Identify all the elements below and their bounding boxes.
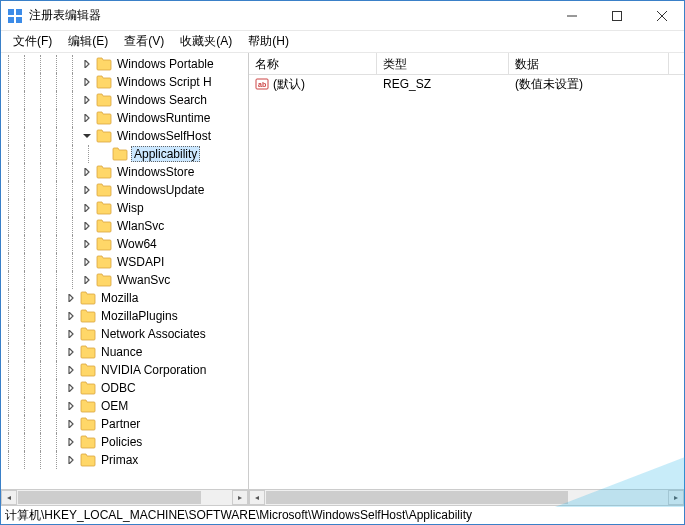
tree-toggle-icon[interactable] — [81, 184, 93, 196]
tree-item[interactable]: WindowsStore — [1, 163, 248, 181]
cell-name: ab (默认) — [249, 76, 377, 93]
tree-item[interactable]: WwanSvc — [1, 271, 248, 289]
close-button[interactable] — [639, 1, 684, 30]
svg-text:ab: ab — [258, 81, 266, 88]
tree-item[interactable]: Windows Script H — [1, 73, 248, 91]
tree-item[interactable]: WindowsUpdate — [1, 181, 248, 199]
tree-toggle-icon[interactable] — [65, 328, 77, 340]
tree-item[interactable]: OEM — [1, 397, 248, 415]
tree-toggle-icon[interactable] — [81, 112, 93, 124]
menu-file[interactable]: 文件(F) — [5, 31, 60, 52]
tree-item[interactable]: MozillaPlugins — [1, 307, 248, 325]
tree-item[interactable]: NVIDIA Corporation — [1, 361, 248, 379]
maximize-button[interactable] — [594, 1, 639, 30]
value-name: (默认) — [273, 76, 305, 93]
tree-label: WSDAPI — [115, 255, 166, 269]
tree-toggle-icon[interactable] — [81, 76, 93, 88]
list-row[interactable]: ab (默认) REG_SZ (数值未设置) — [249, 75, 684, 93]
tree-item[interactable]: Partner — [1, 415, 248, 433]
tree-label: Applicability — [131, 146, 200, 162]
tree-label: Primax — [99, 453, 140, 467]
cell-data: (数值未设置) — [509, 76, 669, 93]
tree-label: Windows Search — [115, 93, 209, 107]
tree-toggle-icon[interactable] — [65, 436, 77, 448]
tree-toggle-icon[interactable] — [81, 130, 93, 142]
minimize-button[interactable] — [549, 1, 594, 30]
tree-label: WlanSvc — [115, 219, 166, 233]
status-path: 计算机\HKEY_LOCAL_MACHINE\SOFTWARE\Microsof… — [5, 508, 472, 522]
tree-label: WindowsRuntime — [115, 111, 212, 125]
tree-toggle-icon[interactable] — [65, 346, 77, 358]
tree-toggle-icon[interactable] — [65, 382, 77, 394]
menu-help[interactable]: 帮助(H) — [240, 31, 297, 52]
list-panel: 名称 类型 数据 ab (默认) REG_SZ (数值未设置) ◂ ▸ — [249, 53, 684, 505]
tree-label: MozillaPlugins — [99, 309, 180, 323]
tree-toggle-icon[interactable] — [81, 166, 93, 178]
tree-item[interactable]: Applicability — [1, 145, 248, 163]
list-hscroll[interactable]: ◂ ▸ — [249, 489, 684, 505]
svg-rect-0 — [8, 9, 14, 15]
tree-item[interactable]: Nuance — [1, 343, 248, 361]
tree-label: WindowsStore — [115, 165, 196, 179]
scroll-right-button[interactable]: ▸ — [232, 490, 248, 505]
list-body: ab (默认) REG_SZ (数值未设置) — [249, 75, 684, 489]
tree-scroll[interactable]: Windows PortableWindows Script HWindows … — [1, 53, 248, 489]
col-name[interactable]: 名称 — [249, 53, 377, 74]
menu-view[interactable]: 查看(V) — [116, 31, 172, 52]
tree-toggle-icon[interactable] — [65, 454, 77, 466]
tree-label: WwanSvc — [115, 273, 172, 287]
scroll-left-button[interactable]: ◂ — [1, 490, 17, 505]
tree-hscroll[interactable]: ◂ ▸ — [1, 489, 248, 505]
tree-item[interactable]: WindowsSelfHost — [1, 127, 248, 145]
tree-item[interactable]: Primax — [1, 451, 248, 469]
tree-item[interactable]: Windows Search — [1, 91, 248, 109]
tree-item[interactable]: WlanSvc — [1, 217, 248, 235]
tree-item[interactable]: Wow64 — [1, 235, 248, 253]
tree-toggle-icon[interactable] — [81, 220, 93, 232]
tree-label: Windows Script H — [115, 75, 214, 89]
tree-item[interactable]: Mozilla — [1, 289, 248, 307]
tree-toggle-icon[interactable] — [81, 202, 93, 214]
tree-toggle-icon[interactable] — [97, 148, 109, 160]
scroll-track[interactable] — [265, 490, 668, 505]
tree-toggle-icon[interactable] — [81, 274, 93, 286]
tree-label: OEM — [99, 399, 130, 413]
string-value-icon: ab — [255, 77, 269, 91]
tree-toggle-icon[interactable] — [81, 58, 93, 70]
tree-toggle-icon[interactable] — [65, 292, 77, 304]
menu-favorites[interactable]: 收藏夹(A) — [172, 31, 240, 52]
tree-panel: Windows PortableWindows Script HWindows … — [1, 53, 249, 505]
menu-edit[interactable]: 编辑(E) — [60, 31, 116, 52]
col-type[interactable]: 类型 — [377, 53, 509, 74]
svg-rect-3 — [16, 17, 22, 23]
tree-label: Nuance — [99, 345, 144, 359]
tree-label: Windows Portable — [115, 57, 216, 71]
tree-item[interactable]: Policies — [1, 433, 248, 451]
tree-item[interactable]: Network Associates — [1, 325, 248, 343]
svg-rect-1 — [16, 9, 22, 15]
col-data[interactable]: 数据 — [509, 53, 669, 74]
scroll-left-button[interactable]: ◂ — [249, 490, 265, 505]
tree-label: NVIDIA Corporation — [99, 363, 208, 377]
tree-item[interactable]: Windows Portable — [1, 55, 248, 73]
tree-label: Wow64 — [115, 237, 159, 251]
tree-item[interactable]: ODBC — [1, 379, 248, 397]
statusbar: 计算机\HKEY_LOCAL_MACHINE\SOFTWARE\Microsof… — [1, 505, 684, 524]
tree-label: WindowsUpdate — [115, 183, 206, 197]
tree-toggle-icon[interactable] — [65, 400, 77, 412]
tree-label: WindowsSelfHost — [115, 129, 213, 143]
tree-toggle-icon[interactable] — [65, 364, 77, 376]
tree-toggle-icon[interactable] — [81, 94, 93, 106]
tree-item[interactable]: WindowsRuntime — [1, 109, 248, 127]
scroll-track[interactable] — [17, 490, 232, 505]
tree-label: Network Associates — [99, 327, 208, 341]
svg-rect-5 — [612, 11, 621, 20]
tree-item[interactable]: Wisp — [1, 199, 248, 217]
tree-toggle-icon[interactable] — [65, 418, 77, 430]
tree-toggle-icon[interactable] — [81, 256, 93, 268]
scroll-right-button[interactable]: ▸ — [668, 490, 684, 505]
tree-item[interactable]: WSDAPI — [1, 253, 248, 271]
cell-type: REG_SZ — [377, 77, 509, 91]
tree-toggle-icon[interactable] — [81, 238, 93, 250]
tree-toggle-icon[interactable] — [65, 310, 77, 322]
